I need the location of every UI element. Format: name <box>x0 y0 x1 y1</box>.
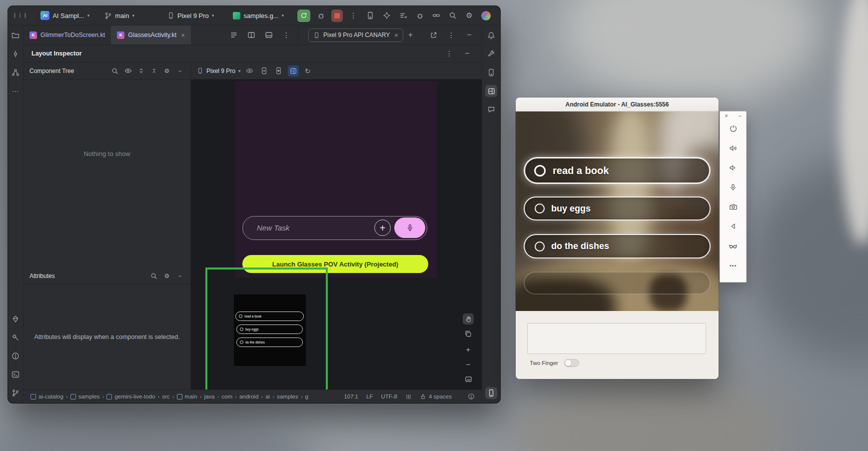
breadcrumb-item[interactable]: src <box>162 394 169 400</box>
terminal-tool-icon[interactable] <box>9 368 21 380</box>
panel-view-icon[interactable] <box>262 28 275 42</box>
assets-gem-icon[interactable] <box>9 313 21 325</box>
more-tools-icon[interactable]: ⋯ <box>9 85 21 97</box>
run-overflow-menu[interactable]: ⋮ <box>347 9 360 22</box>
layout-inspector-tool-icon[interactable] <box>485 85 497 97</box>
editor-tab-glassesactivity[interactable]: K GlassesActivity.kt × <box>111 26 191 44</box>
rerun-button[interactable] <box>297 10 310 22</box>
run-configuration-selector[interactable]: samples.g... ▾ <box>229 10 287 21</box>
settings-gear-icon[interactable]: ⚙ <box>463 9 476 22</box>
cursor-position-widget[interactable]: 107:1 <box>344 394 358 400</box>
panel-options-icon[interactable]: ⋮ <box>443 47 456 60</box>
window-close-button[interactable] <box>14 12 15 18</box>
panel-options-icon[interactable]: ⋮ <box>445 28 458 42</box>
layers-icon[interactable] <box>463 328 474 340</box>
gemini-icon[interactable] <box>380 9 393 22</box>
breadcrumb-item[interactable]: gemini-live-todo <box>106 394 155 400</box>
two-finger-toggle[interactable] <box>564 359 579 367</box>
encoding-widget[interactable]: UTF-8 <box>381 394 397 400</box>
expand-all-icon[interactable] <box>136 66 145 76</box>
plugin-link-icon[interactable] <box>430 9 443 22</box>
editor-tab-glimmertodoscreen[interactable]: K GlimmerToDoScreen.kt <box>23 26 111 44</box>
add-task-button[interactable]: + <box>374 220 391 236</box>
fit-to-screen-icon[interactable] <box>463 374 474 384</box>
tab-close-icon[interactable]: × <box>181 32 185 39</box>
visibility-eye-icon[interactable] <box>123 66 132 76</box>
window-zoom-button[interactable] <box>24 12 26 18</box>
project-tool-icon[interactable] <box>9 30 21 42</box>
zoom-out-icon[interactable]: − <box>463 358 474 370</box>
layout-inspector-toggle-icon[interactable] <box>288 66 299 76</box>
emulator-input-area[interactable] <box>527 323 706 354</box>
back-button[interactable] <box>725 216 742 236</box>
emulator-titlebar[interactable]: Android Emulator - AI_Glasses:5556 <box>516 98 719 112</box>
more-options-button[interactable]: ••• <box>725 256 742 275</box>
device-manager-icon[interactable] <box>364 9 377 22</box>
notifications-bell-icon[interactable] <box>485 30 497 42</box>
split-view-icon[interactable] <box>245 28 258 42</box>
search-icon[interactable] <box>446 9 459 22</box>
minimize-icon[interactable]: − <box>738 113 742 119</box>
vcs-branch-selector[interactable]: main ▾ <box>101 10 138 21</box>
inspections-status-icon[interactable] <box>468 393 475 400</box>
profile-globe-icon[interactable] <box>479 9 492 22</box>
breadcrumb-item[interactable]: g <box>305 394 308 400</box>
breadcrumb-item[interactable]: ai <box>265 394 270 400</box>
breadcrumb-item[interactable]: samples <box>277 394 298 400</box>
breadcrumb-item[interactable]: com <box>221 394 232 400</box>
running-devices-tool-icon[interactable] <box>485 387 497 399</box>
volume-up-button[interactable] <box>725 138 742 158</box>
version-control-icon[interactable] <box>9 387 21 399</box>
new-task-input[interactable]: New Task + <box>242 216 427 240</box>
search-icon[interactable] <box>149 272 158 280</box>
column-mode-icon[interactable] <box>405 394 412 400</box>
voice-input-button[interactable] <box>394 218 425 238</box>
glasses-button[interactable] <box>725 236 742 256</box>
breadcrumb-item[interactable]: samples <box>70 394 100 400</box>
tab-options-icon[interactable]: ⋮ <box>280 28 293 42</box>
debug-button[interactable] <box>314 9 327 22</box>
todo-pill-do-the-dishes[interactable]: do the dishes <box>524 234 711 258</box>
commit-tool-icon[interactable] <box>9 48 21 60</box>
breadcrumb-item[interactable]: android <box>239 394 258 400</box>
close-icon[interactable]: × <box>725 113 728 119</box>
device-selector[interactable]: Pixel 9 Pro ▾ <box>197 68 241 74</box>
refresh-icon[interactable]: ↻ <box>302 66 313 76</box>
todo-list-icon[interactable] <box>397 9 410 22</box>
hide-section-icon[interactable]: − <box>175 66 184 76</box>
profiler-bug-icon[interactable] <box>413 9 426 22</box>
settings-gear-icon[interactable]: ⚙ <box>162 272 171 280</box>
microphone-button[interactable] <box>725 178 742 197</box>
breadcrumb-item[interactable]: java <box>204 394 214 400</box>
chat-bubble-icon[interactable] <box>485 104 497 116</box>
indent-widget[interactable]: 4 spaces <box>420 394 452 400</box>
add-device-tab-icon[interactable]: + <box>408 30 413 40</box>
project-selector[interactable]: AI AI Sampl... ▾ <box>37 10 93 22</box>
todo-pill-buy-eggs[interactable]: buy eggs <box>524 196 711 220</box>
screen-record-icon[interactable] <box>273 66 284 76</box>
stop-button[interactable] <box>331 10 343 22</box>
volume-down-button[interactable] <box>725 158 742 178</box>
tab-close-icon[interactable]: × <box>394 32 398 39</box>
device-manager-tool-icon[interactable] <box>485 66 497 78</box>
camera-button[interactable] <box>725 197 742 216</box>
running-device-tab[interactable]: Pixel 9 Pro API CANARY × <box>308 28 403 42</box>
screenshot-icon[interactable] <box>259 66 270 76</box>
power-button[interactable] <box>725 119 742 138</box>
window-minimize-button[interactable] <box>19 12 21 18</box>
pan-hand-icon[interactable] <box>463 314 474 324</box>
breadcrumb-item[interactable]: main <box>177 394 197 400</box>
build-hammer-icon[interactable] <box>9 332 21 344</box>
structure-tool-icon[interactable] <box>9 66 21 78</box>
list-view-icon[interactable] <box>227 28 240 42</box>
problems-tool-icon[interactable] <box>9 350 21 362</box>
hide-panel-icon[interactable]: − <box>461 47 474 60</box>
collapse-all-icon[interactable] <box>149 66 158 76</box>
target-device-selector[interactable]: Pixel 9 Pro ▾ <box>164 10 217 21</box>
breadcrumb-item[interactable]: ai-catalog <box>30 394 63 400</box>
visibility-eye-icon[interactable] <box>244 66 255 76</box>
todo-pill-read-a-book[interactable]: read a book <box>524 157 711 184</box>
settings-gear-icon[interactable]: ⚙ <box>162 66 171 76</box>
line-ending-widget[interactable]: LF <box>366 394 373 400</box>
open-in-window-icon[interactable] <box>427 28 440 42</box>
